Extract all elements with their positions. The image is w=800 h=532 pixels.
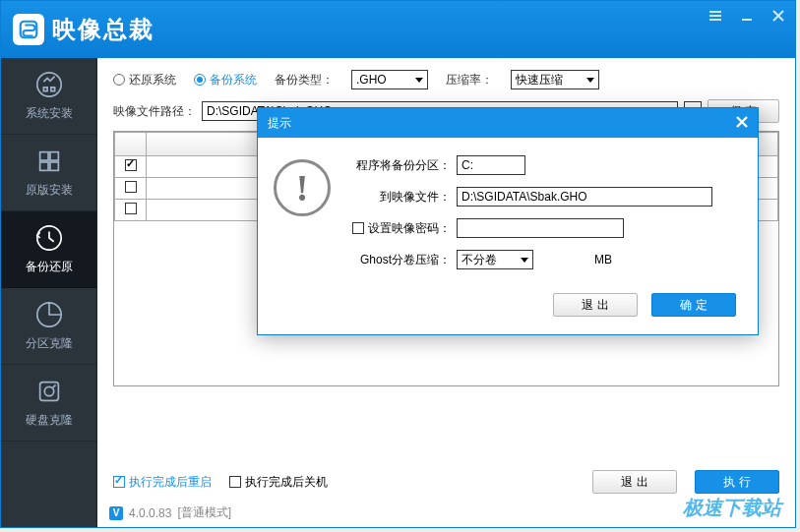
svg-rect-2 xyxy=(39,152,47,160)
sidebar-item-label: 备份还原 xyxy=(26,259,73,275)
backup-type-label: 备份类型： xyxy=(275,72,334,89)
password-checkbox[interactable] xyxy=(352,222,364,234)
minimize-icon[interactable] xyxy=(738,7,756,25)
backup-radio[interactable]: 备份系统 xyxy=(194,72,257,89)
close-icon[interactable] xyxy=(769,7,787,25)
app-window: 映像总裁 系统安装 原版安装 备份还原 分区克隆 xyxy=(0,0,796,528)
restore-radio[interactable]: 还原系统 xyxy=(113,72,176,89)
sidebar-item-label: 硬盘克隆 xyxy=(26,412,73,429)
confirm-dialog: 提示 ! 程序将备份分区： 到映像文件： xyxy=(257,107,759,335)
image-path-label: 映像文件路径： xyxy=(113,103,196,120)
version-badge-icon: V xyxy=(109,506,123,520)
image-file-label: 到映像文件： xyxy=(344,189,451,206)
sidebar-item-partition-clone[interactable]: 分区克隆 xyxy=(1,288,96,365)
password-input[interactable] xyxy=(457,218,624,238)
svg-rect-5 xyxy=(49,162,57,170)
execute-button[interactable]: 执 行 xyxy=(695,470,779,494)
partition-input[interactable] xyxy=(457,155,525,175)
volume-label: Ghost分卷压缩： xyxy=(344,252,451,268)
row-checkbox[interactable] xyxy=(125,181,137,193)
dialog-ok-button[interactable]: 确 定 xyxy=(651,293,736,317)
dialog-title-bar[interactable]: 提示 xyxy=(258,108,758,138)
password-label: 设置映像密码： xyxy=(368,220,451,237)
sidebar-item-label: 系统安装 xyxy=(26,105,73,122)
app-logo-icon xyxy=(13,14,44,45)
dialog-title: 提示 xyxy=(268,115,291,132)
reboot-checkbox[interactable]: 执行完成后重启 xyxy=(113,474,212,491)
mode-text: [普通模式] xyxy=(177,504,231,521)
sidebar-item-backup-restore[interactable]: 备份还原 xyxy=(1,211,96,288)
volume-unit: MB xyxy=(594,253,612,266)
sidebar-item-system-install[interactable]: 系统安装 xyxy=(1,58,96,135)
svg-rect-4 xyxy=(39,162,47,170)
dialog-exit-button[interactable]: 退 出 xyxy=(553,293,638,317)
row-checkbox[interactable] xyxy=(125,203,137,214)
sidebar-item-original-install[interactable]: 原版安装 xyxy=(1,135,96,211)
row-checkbox[interactable] xyxy=(125,159,137,171)
sidebar-item-label: 分区克隆 xyxy=(26,335,73,352)
backup-type-select[interactable]: .GHO xyxy=(351,70,428,89)
status-bar: V 4.0.0.83 [普通模式] xyxy=(109,504,231,521)
title-bar[interactable]: 映像总裁 xyxy=(1,1,795,58)
app-title: 映像总裁 xyxy=(52,14,154,45)
info-icon: ! xyxy=(274,159,331,216)
svg-point-9 xyxy=(44,386,53,395)
partition-label: 程序将备份分区： xyxy=(344,157,451,174)
watermark: 极速下载站 xyxy=(683,495,781,521)
sidebar: 系统安装 原版安装 备份还原 分区克隆 硬盘克隆 xyxy=(1,58,97,527)
image-file-input[interactable] xyxy=(457,187,712,207)
main-panel: 还原系统 备份系统 备份类型： .GHO 压缩率： 快速压缩 映像文件路径： 保… xyxy=(97,58,795,527)
exit-button[interactable]: 退 出 xyxy=(592,470,677,494)
compress-ratio-select[interactable]: 快速压缩 xyxy=(511,70,599,89)
compress-ratio-label: 压缩率： xyxy=(446,72,493,89)
sidebar-item-label: 原版安装 xyxy=(26,182,73,199)
menu-icon[interactable] xyxy=(707,7,724,25)
sidebar-item-disk-clone[interactable]: 硬盘克隆 xyxy=(1,365,96,442)
dialog-close-icon[interactable] xyxy=(732,112,752,132)
svg-point-1 xyxy=(36,73,60,96)
svg-rect-3 xyxy=(49,152,57,160)
volume-select[interactable]: 不分卷 xyxy=(457,250,533,269)
shutdown-checkbox[interactable]: 执行完成后关机 xyxy=(229,474,328,491)
version-text: 4.0.0.83 xyxy=(129,506,171,520)
